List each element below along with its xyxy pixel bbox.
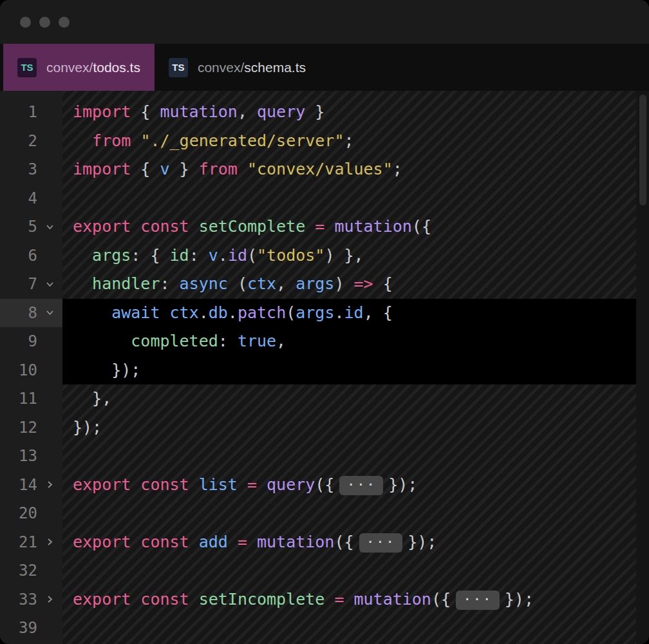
code-token: [73, 274, 92, 293]
window-zoom-button[interactable]: [59, 17, 70, 28]
line-number: 14: [0, 476, 37, 494]
code-token: ,: [276, 332, 286, 350]
code-editor: 12345678910111213142021323339 import { m…: [0, 91, 649, 644]
code-line[interactable]: completed: true,: [62, 327, 636, 356]
code-line[interactable]: export const setComplete = mutation({: [62, 213, 636, 242]
folded-code-pill[interactable]: ···: [456, 591, 500, 610]
code-token: add: [199, 533, 228, 551]
line-number: 11: [0, 390, 37, 408]
code-line[interactable]: import { mutation, query }: [62, 98, 636, 127]
code-token: ) },: [324, 246, 363, 265]
code-line[interactable]: export const add = mutation({···});: [62, 528, 636, 557]
code-line[interactable]: });: [62, 356, 636, 385]
code-area[interactable]: import { mutation, query } from "./_gene…: [62, 91, 636, 644]
line-number: 21: [0, 533, 37, 551]
gutter-row: 1: [0, 98, 62, 127]
code-token: export const: [73, 217, 199, 236]
code-token: args: [296, 274, 334, 293]
code-line[interactable]: from "./_generated/server";: [62, 127, 636, 156]
code-line[interactable]: handler: async (ctx, args) => {: [62, 270, 636, 299]
code-token: import: [73, 160, 140, 178]
code-line[interactable]: [62, 499, 636, 528]
code-token: [73, 332, 131, 350]
line-number: 20: [0, 504, 37, 522]
code-line[interactable]: [62, 442, 636, 471]
code-token: export const: [73, 590, 199, 609]
code-line[interactable]: [62, 184, 636, 213]
code-token: ,: [238, 102, 257, 121]
code-token: db: [209, 303, 228, 322]
gutter-row: 3: [0, 155, 62, 184]
code-token: setComplete: [199, 217, 306, 236]
gutter-row: 32: [0, 556, 62, 585]
code-token: =>: [354, 274, 383, 293]
code-token: },: [73, 389, 111, 408]
code-line[interactable]: });: [62, 413, 636, 442]
window-close-button[interactable]: [20, 17, 31, 28]
code-token: (: [286, 303, 296, 322]
code-token: =: [324, 590, 353, 609]
fold-expanded-icon[interactable]: [37, 308, 62, 317]
code-token: =: [238, 475, 267, 494]
code-line[interactable]: await ctx.db.patch(args.id, {: [62, 299, 636, 328]
tab-bar: TS convex/todos.ts TS convex/schema.ts: [0, 44, 649, 91]
line-number: 4: [0, 189, 37, 207]
tab-convex-todos[interactable]: TS convex/todos.ts: [3, 44, 155, 91]
code-token: :: [218, 332, 238, 350]
fold-collapsed-icon[interactable]: [37, 594, 62, 604]
gutter-row: 8: [0, 299, 62, 328]
gutter-row: 4: [0, 184, 62, 213]
fold-expanded-icon[interactable]: [37, 222, 62, 232]
code-token: mutation: [334, 217, 411, 236]
code-line[interactable]: },: [62, 384, 636, 413]
fold-expanded-icon[interactable]: [37, 279, 62, 289]
fold-collapsed-icon[interactable]: [37, 480, 62, 489]
fold-collapsed-icon[interactable]: [37, 537, 62, 547]
scrollbar[interactable]: [636, 91, 649, 644]
folded-code-pill[interactable]: ···: [339, 476, 383, 495]
tab-label: convex/schema.ts: [198, 60, 306, 75]
gutter-row: 14: [0, 471, 62, 500]
code-token: });: [73, 418, 102, 437]
line-number: 32: [0, 562, 37, 580]
code-token: : {: [131, 246, 169, 265]
code-token: ({: [315, 475, 334, 494]
gutter-row: 11: [0, 384, 62, 413]
code-token: .: [218, 246, 228, 265]
code-line[interactable]: [62, 614, 636, 643]
gutter-row: 39: [0, 614, 62, 643]
tab-label-file: todos.ts: [93, 60, 140, 75]
tab-convex-schema[interactable]: TS convex/schema.ts: [155, 44, 320, 91]
code-token: export const: [73, 533, 199, 551]
code-token: v: [160, 160, 169, 178]
code-token: });: [73, 361, 140, 379]
folded-code-pill[interactable]: ···: [359, 533, 403, 553]
code-line[interactable]: import { v } from "convex/values";: [62, 155, 636, 184]
typescript-file-icon: TS: [169, 58, 188, 77]
code-token: [73, 131, 92, 150]
code-token: [73, 246, 92, 265]
code-token: id: [344, 303, 364, 322]
code-line[interactable]: args: { id: v.id("todos") },: [62, 242, 636, 270]
line-number: 1: [0, 103, 37, 121]
gutter-row: 7: [0, 270, 62, 299]
line-number: 2: [0, 132, 37, 150]
code-token: :: [160, 274, 179, 293]
gutter-row: 13: [0, 442, 62, 471]
code-token: });: [408, 533, 437, 551]
line-number: 5: [0, 218, 37, 236]
code-token: ctx: [247, 274, 276, 293]
code-token: setIncomplete: [199, 590, 325, 609]
code-token: export const: [73, 475, 199, 494]
code-token: =: [228, 533, 257, 551]
code-token: v: [209, 246, 218, 265]
code-token: });: [388, 475, 417, 494]
code-line[interactable]: export const list = query({···});: [62, 471, 636, 500]
code-token: ({: [334, 533, 353, 551]
scrollbar-thumb[interactable]: [639, 95, 646, 205]
code-token: true: [238, 332, 276, 350]
code-line[interactable]: export const setIncomplete = mutation({·…: [62, 585, 636, 614]
window-minimize-button[interactable]: [39, 17, 50, 28]
code-token: handler: [92, 274, 160, 293]
code-line[interactable]: [62, 556, 636, 585]
